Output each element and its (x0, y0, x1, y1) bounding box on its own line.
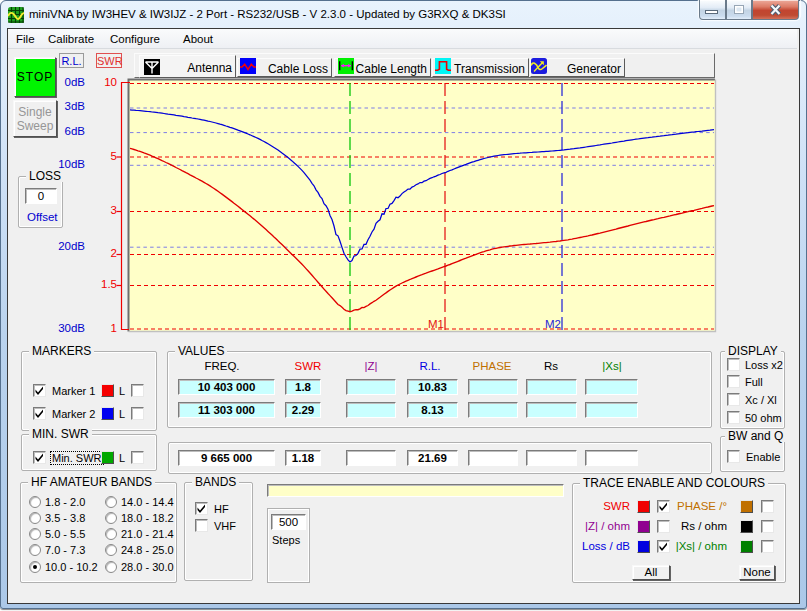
svg-text:M1: M1 (428, 318, 444, 330)
svg-text:M2: M2 (545, 318, 561, 330)
